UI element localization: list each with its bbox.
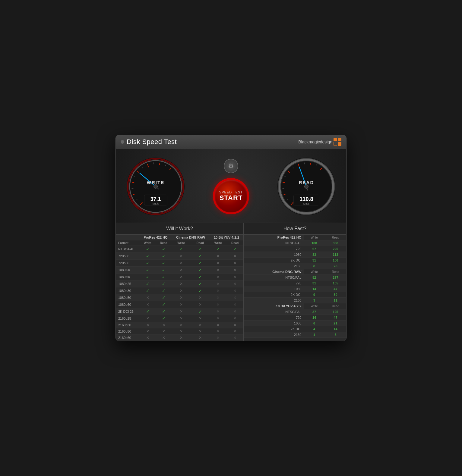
table-row: 2K DCI930 <box>244 292 346 298</box>
check-icon: ✓ <box>162 309 166 314</box>
cross-icon: ✕ <box>217 289 220 293</box>
format-cell: 2K DCI <box>244 292 304 298</box>
write-value: 6 <box>304 321 325 326</box>
check-cell: ✕ <box>210 301 226 308</box>
settings-button[interactable]: ⚙ <box>224 159 238 173</box>
check-icon: ✓ <box>162 261 166 265</box>
cross-icon: ✕ <box>180 275 183 279</box>
table-row: 2160p60✕✕✕✕✕✕ <box>116 335 243 341</box>
write-value: 8 <box>304 263 325 269</box>
cdng-header: Cinema DNG RAW <box>172 235 210 240</box>
read-value: 14 <box>325 326 346 332</box>
write-value: 82 <box>304 275 325 280</box>
read-gauge-svg: 110.8 MB/s READ <box>276 156 337 217</box>
check-cell: ✕ <box>210 335 226 341</box>
start-label-big: START <box>220 194 243 202</box>
format-cell: 720 <box>244 315 304 321</box>
cross-icon: ✕ <box>180 323 183 327</box>
cross-icon: ✕ <box>233 316 236 321</box>
check-cell: ✕ <box>156 335 172 341</box>
title-bar-left: Disk Speed Test <box>121 138 177 146</box>
check-icon: ✓ <box>162 295 166 300</box>
svg-text:37.1: 37.1 <box>150 196 161 202</box>
format-cell: 1080i60 <box>116 274 140 280</box>
check-icon: ✓ <box>146 247 150 252</box>
cross-icon: ✕ <box>199 302 202 307</box>
write-value: 100 <box>304 240 325 246</box>
check-cell: ✕ <box>210 253 226 260</box>
check-cell: ✓ <box>226 246 243 253</box>
svg-text:MB/s: MB/s <box>303 202 310 205</box>
check-icon: ✓ <box>198 268 202 272</box>
check-cell: ✕ <box>210 294 226 301</box>
check-cell: ✕ <box>191 328 210 335</box>
cross-icon: ✕ <box>217 316 220 321</box>
brand-sq-1 <box>334 138 337 141</box>
format-cell: 2160p50 <box>116 328 140 335</box>
cross-icon: ✕ <box>217 254 220 258</box>
svg-text:MB/s: MB/s <box>153 202 159 205</box>
format-cell: 1080p25 <box>116 280 140 287</box>
check-cell: ✓ <box>140 274 156 280</box>
cross-icon: ✕ <box>162 329 165 334</box>
check-cell: ✕ <box>191 335 210 341</box>
cross-icon: ✕ <box>146 323 149 327</box>
check-cell: ✕ <box>226 287 243 294</box>
cross-icon: ✕ <box>180 302 183 307</box>
svg-line-41 <box>304 162 305 164</box>
cross-icon: ✕ <box>180 336 183 340</box>
svg-text:READ: READ <box>299 180 314 185</box>
check-cell: ✓ <box>172 246 191 253</box>
format-cell: NTSC/PAL <box>244 309 304 315</box>
will-it-work-header: Will it Work? <box>116 223 243 235</box>
check-cell: ✓ <box>210 246 226 253</box>
check-cell: ✕ <box>226 280 243 287</box>
check-icon: ✓ <box>198 288 202 293</box>
brand-name: Blackmagicdesign <box>298 139 332 144</box>
tables-section: Will it Work? ProRes 422 HQ Cinema DNG R… <box>116 223 346 341</box>
close-button[interactable] <box>121 140 124 144</box>
check-cell: ✓ <box>140 280 156 287</box>
how-fast-body: ProRes 422 HQWriteReadNTSC/PAL1003387206… <box>244 235 346 338</box>
write-value: 33 <box>304 252 325 258</box>
read-value: 47 <box>325 315 346 321</box>
format-cell: 2160p25 <box>116 315 140 322</box>
table-row: NTSC/PAL82277 <box>244 275 346 280</box>
format-cell: 2160p60 <box>116 335 140 341</box>
read-value: 21 <box>325 321 346 326</box>
how-fast-section: How Fast? ProRes 422 HQWriteReadNTSC/PAL… <box>244 223 346 341</box>
table-row: 72067225 <box>244 246 346 252</box>
check-icon: ✓ <box>162 302 166 307</box>
read-value: 5 <box>325 332 346 338</box>
table-row: 1080621 <box>244 321 346 326</box>
table-row: 7201447 <box>244 315 346 321</box>
check-cell: ✓ <box>191 253 210 260</box>
will-it-work-section: Will it Work? ProRes 422 HQ Cinema DNG R… <box>116 223 244 341</box>
cross-icon: ✕ <box>146 316 149 321</box>
write-col-header: Write <box>304 303 325 309</box>
read-value: 11 <box>325 298 346 303</box>
check-cell: ✕ <box>172 260 191 267</box>
check-cell: ✕ <box>210 328 226 335</box>
read-value: 28 <box>325 263 346 269</box>
will-it-work-table: ProRes 422 HQ Cinema DNG RAW 10 Bit YUV … <box>116 235 243 341</box>
start-button[interactable]: SPEED TEST START <box>213 178 249 214</box>
check-cell: ✕ <box>172 301 191 308</box>
check-cell: ✓ <box>191 274 210 280</box>
how-fast-table: ProRes 422 HQWriteReadNTSC/PAL1003387206… <box>244 235 346 338</box>
write-gauge: 37.1 MB/s WRITE <box>125 156 186 217</box>
check-icon: ✓ <box>146 268 150 272</box>
check-icon: ✓ <box>146 254 150 258</box>
format-cell: 2160 <box>244 332 304 338</box>
check-cell: ✕ <box>172 308 191 315</box>
table-row: 720p60✓✓✕✓✕✕ <box>116 260 243 267</box>
cross-icon: ✕ <box>199 329 202 334</box>
format-cell: 2160 <box>244 263 304 269</box>
check-cell: ✕ <box>226 294 243 301</box>
read-col-header: Read <box>325 303 346 309</box>
check-cell: ✕ <box>226 308 243 315</box>
read-value: 225 <box>325 246 346 252</box>
cross-icon: ✕ <box>180 268 183 272</box>
gauges-section: 37.1 MB/s WRITE ⚙ SPEED TEST START <box>116 149 346 223</box>
cdng-write-header: Write <box>172 240 191 246</box>
